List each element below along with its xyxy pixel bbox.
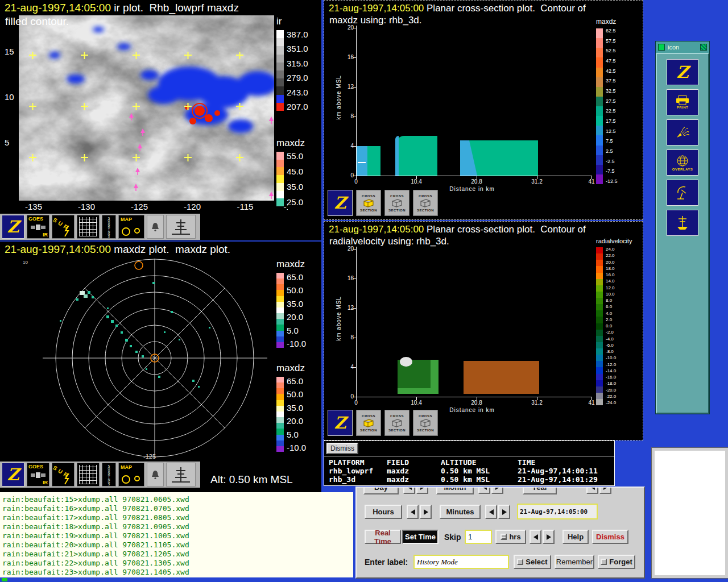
soundings-button[interactable]: SOUNDINGS xyxy=(102,215,116,239)
cross-section-button-3[interactable]: CROSS SECTION xyxy=(413,410,438,436)
skip-forward-button[interactable] xyxy=(543,530,555,544)
x-tick-label: 31.2 xyxy=(526,178,548,185)
window-menu-icon[interactable] xyxy=(658,44,665,51)
table-row[interactable]: rhb_lowprf maxdz 0.50 km MSL 21-Aug-97,1… xyxy=(324,467,614,475)
print-button[interactable]: PRINT xyxy=(667,89,698,115)
satellite-image[interactable] xyxy=(19,15,274,201)
annotate-button[interactable] xyxy=(667,119,698,146)
cross-section-button-2[interactable]: CROSS SECTION xyxy=(384,190,410,216)
popup-dismiss-button[interactable]: Dismiss xyxy=(326,443,358,454)
desktop-indicator xyxy=(2,578,7,581)
hours-button[interactable]: Hours xyxy=(365,505,402,519)
minutes-decrement-button[interactable] xyxy=(485,505,497,519)
month-increment-button[interactable] xyxy=(491,487,503,494)
hours-increment-button[interactable] xyxy=(420,505,432,519)
forget-label: Forget xyxy=(609,558,632,566)
gear-icon xyxy=(134,228,140,234)
skip-value-input[interactable] xyxy=(465,530,492,544)
year-button[interactable]: Year xyxy=(523,487,557,494)
contour-block xyxy=(460,140,538,176)
y-axis-ticks: 201612840 xyxy=(340,24,354,184)
globe-icon xyxy=(122,227,130,236)
year-decrement-button[interactable] xyxy=(586,487,598,494)
radar-dish-button[interactable] xyxy=(667,180,698,206)
time-display-field[interactable]: 21-Aug-97,14:05:00 xyxy=(517,504,598,519)
colorbar-title: maxdz xyxy=(276,259,306,270)
remember-button[interactable]: Remember xyxy=(555,555,594,569)
month-decrement-button[interactable] xyxy=(478,487,490,494)
goes-label: GOES xyxy=(28,464,43,469)
colorbar-strip xyxy=(596,28,603,184)
overlays-button[interactable]: OVERLAYS xyxy=(667,149,698,176)
skip-back-button[interactable] xyxy=(530,530,541,544)
day-increment-button[interactable] xyxy=(416,487,428,494)
ir-title-line2: filled contour. xyxy=(5,15,69,28)
minutes-increment-button[interactable] xyxy=(498,505,510,519)
cell-time: 21-Aug-97,14:01:29 xyxy=(518,475,614,484)
day-button[interactable]: Day xyxy=(363,487,399,494)
day-decrement-button[interactable] xyxy=(403,487,415,494)
surface-plot-button[interactable]: SUR xyxy=(52,463,75,487)
zebra-menu-button[interactable]: Z xyxy=(2,463,24,487)
ship-platform-button[interactable] xyxy=(667,210,698,236)
skip-units-dropdown[interactable]: hrs xyxy=(495,530,526,544)
map-button[interactable]: MAP xyxy=(118,463,144,487)
zebra-menu-button[interactable]: Z xyxy=(2,215,24,239)
ir-plot-window: 21-aug-1997,14:05:00 ir plot. Rhb_lowprf… xyxy=(0,0,321,240)
colorbar-values: 55.045.035.025.0 xyxy=(287,152,303,206)
table-row[interactable]: rhb_3d maxdz 0.50 km MSL 21-Aug-97,14:01… xyxy=(324,475,614,484)
y-tick-label: 8 xyxy=(340,334,354,340)
dismiss-button[interactable]: Dismiss xyxy=(592,530,628,544)
surface-plot-button[interactable]: SUR xyxy=(52,215,75,239)
cross-section-button-1[interactable]: CROSS SECTION xyxy=(356,190,381,216)
contour-block xyxy=(464,361,539,394)
zebra-logo-icon[interactable]: Z xyxy=(667,59,698,85)
minutes-button[interactable]: Minutes xyxy=(440,505,481,519)
ship-platform-button[interactable] xyxy=(166,463,196,487)
bell-button[interactable] xyxy=(147,463,164,487)
month-button[interactable]: Month xyxy=(436,487,474,494)
cross-label: CROSS xyxy=(362,414,375,418)
terminal-window[interactable]: rain:beaufait:15>xdump.all 970821.0605.x… xyxy=(0,492,353,577)
select-button[interactable]: Select xyxy=(514,555,551,569)
grid-button[interactable] xyxy=(77,215,100,239)
cross-section-button-3[interactable]: CROSS SECTION xyxy=(413,190,438,216)
skip-label: Skip xyxy=(444,533,461,542)
set-time-button[interactable]: Set Time xyxy=(402,530,439,544)
forget-button[interactable]: Forget xyxy=(598,555,635,569)
cross-section-button-1[interactable]: CROSS SECTION xyxy=(356,410,381,436)
cell-altitude: 0.50 km MSL xyxy=(441,467,518,475)
bell-button[interactable] xyxy=(147,215,164,239)
cell-platform: rhb_lowprf xyxy=(329,467,387,475)
ppi-radar-display[interactable] xyxy=(21,259,288,459)
ship-mast-icon xyxy=(676,215,689,230)
real-time-button[interactable]: Real Time xyxy=(365,530,401,544)
goes-ir-button[interactable]: GOES IR xyxy=(27,463,49,487)
window-iconify-icon[interactable] xyxy=(700,44,707,51)
x-tick-label: 20.8 xyxy=(465,178,488,185)
xsec-colorbar: radialvelocity 24.022.020.018.016.014.01… xyxy=(596,238,632,405)
cross-section-button-2[interactable]: CROSS SECTION xyxy=(384,410,410,436)
ir-toolbar: Z GOES IR SUR SOUNDINGS MAP xyxy=(0,214,200,240)
hours-decrement-button[interactable] xyxy=(407,505,419,519)
y-tick-label: 5 xyxy=(5,138,9,147)
soundings-button[interactable]: SOUNDINGS xyxy=(102,463,116,487)
year-increment-button[interactable] xyxy=(599,487,611,494)
grid-button[interactable] xyxy=(77,463,100,487)
icon-dock-titlebar[interactable]: icon xyxy=(656,41,709,53)
ship-platform-button[interactable] xyxy=(166,215,196,239)
cell-platform: rhb_3d xyxy=(329,475,387,484)
toggle-icon xyxy=(601,559,607,565)
zebra-menu-button[interactable]: Z xyxy=(328,410,353,436)
section-label: SECTION xyxy=(360,209,377,212)
map-button[interactable]: MAP xyxy=(118,215,144,239)
ppi-plot-window: 21-aug-1997,14:05:00 maxdz plot. maxdz p… xyxy=(0,242,321,492)
colorbar-strip xyxy=(596,247,603,405)
help-button[interactable]: Help xyxy=(562,530,589,544)
label-input[interactable] xyxy=(413,555,509,569)
goes-ir-button[interactable]: GOES IR xyxy=(27,215,49,239)
table-header-row: PLATFORMFIELDALTITUDETIME xyxy=(324,458,614,467)
zebra-menu-button[interactable]: Z xyxy=(328,190,353,216)
colorbar-title: maxdz xyxy=(276,138,305,149)
zebra-logo: Z xyxy=(667,60,698,84)
